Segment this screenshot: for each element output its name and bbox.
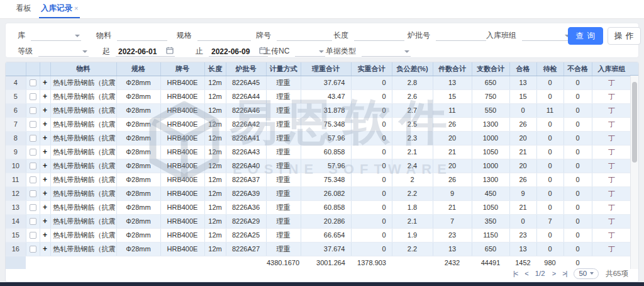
- table-row[interactable]: 12+热轧带肋钢筋（抗震）Φ28mmHRB400E12m8226A39理重26.…: [6, 186, 631, 200]
- table-row[interactable]: 11+热轧带肋钢筋（抗震）Φ28mmHRB400E12m8226A37理重75.…: [6, 173, 631, 186]
- row-checkbox[interactable]: [30, 246, 36, 253]
- close-icon[interactable]: ×: [74, 4, 78, 12]
- page-size-select[interactable]: 50: [574, 268, 599, 279]
- table-header-cell[interactable]: 规格: [116, 62, 160, 76]
- table-header-cell[interactable]: 实重合计: [351, 62, 392, 76]
- table-header-cell[interactable]: 入库班组: [592, 62, 631, 76]
- expand-row-icon[interactable]: +: [40, 228, 50, 242]
- next-page-icon[interactable]: >: [552, 270, 555, 277]
- row-checkbox[interactable]: [30, 107, 36, 114]
- row-checkbox-cell[interactable]: [26, 145, 40, 159]
- row-checkbox[interactable]: [30, 204, 36, 211]
- table-row[interactable]: 10+热轧带肋钢筋（抗震）Φ28mmHRB400E12m8226A40理重57.…: [6, 159, 631, 173]
- expand-row-icon[interactable]: +: [40, 145, 50, 159]
- table-header-cell[interactable]: 合格: [509, 62, 536, 76]
- row-checkbox-cell[interactable]: [26, 173, 40, 186]
- expand-row-icon[interactable]: +: [40, 131, 50, 145]
- row-checkbox-cell[interactable]: [26, 200, 40, 214]
- row-checkbox[interactable]: [30, 121, 36, 128]
- vertical-scrollbar[interactable]: [630, 76, 638, 269]
- scrollbar-thumb[interactable]: [632, 82, 637, 163]
- cell-grade: HRB400E: [160, 103, 204, 117]
- row-checkbox[interactable]: [30, 163, 36, 169]
- row-checkbox-cell[interactable]: [26, 76, 40, 89]
- row-checkbox[interactable]: [30, 232, 36, 239]
- row-checkbox-cell[interactable]: [26, 228, 40, 242]
- filter-grade: 等级: [18, 44, 89, 57]
- table-row[interactable]: 13+热轧带肋钢筋（抗震）Φ28mmHRB400E12m8226A36理重60.…: [6, 200, 631, 214]
- expand-row-icon[interactable]: +: [40, 214, 50, 228]
- table-header-cell[interactable]: 长度: [204, 62, 226, 76]
- expand-row-icon[interactable]: +: [40, 76, 50, 89]
- table-header-cell[interactable]: 支数合计: [472, 62, 509, 76]
- cell-actual: 0: [351, 186, 392, 200]
- material-input[interactable]: [117, 30, 167, 41]
- expand-row-icon[interactable]: +: [40, 103, 50, 117]
- row-checkbox-cell[interactable]: [26, 214, 40, 228]
- prev-page-icon[interactable]: <: [525, 270, 528, 277]
- table-row[interactable]: 15+热轧带肋钢筋（抗震）Φ28mmHRB400E12m8226A25理重66.…: [6, 228, 631, 242]
- cell-batch: 8226A42: [226, 117, 266, 131]
- tab-dashboard[interactable]: 看板: [14, 0, 33, 18]
- row-checkbox[interactable]: [30, 79, 36, 86]
- row-checkbox[interactable]: [30, 218, 36, 225]
- table-header-cell[interactable]: 件数合计: [433, 62, 472, 76]
- table-header-cell[interactable]: 不合格: [564, 62, 592, 76]
- row-checkbox[interactable]: [30, 190, 36, 197]
- date-from-input[interactable]: 2022-06-01: [116, 45, 175, 57]
- table-header-cell[interactable]: 牌号: [160, 62, 204, 76]
- last-page-icon[interactable]: >|: [562, 270, 567, 277]
- row-checkbox[interactable]: [30, 176, 36, 183]
- expand-row-icon[interactable]: +: [40, 89, 50, 103]
- cell-material: 热轧带肋钢筋（抗震）: [50, 228, 116, 242]
- table-row[interactable]: 4+热轧带肋钢筋（抗震）Φ28mmHRB400E12m8226A45理重37.6…: [6, 76, 631, 89]
- table-header-cell[interactable]: 待检: [536, 62, 564, 76]
- grade-select[interactable]: [38, 45, 89, 57]
- row-checkbox-cell[interactable]: [26, 159, 40, 173]
- doc-type-select[interactable]: [362, 45, 411, 57]
- length-input[interactable]: [354, 30, 404, 41]
- expand-row-icon[interactable]: +: [40, 242, 50, 256]
- table-row[interactable]: 7+热轧带肋钢筋（抗震）Φ28mmHRB400E12m8226A42理重75.3…: [6, 117, 631, 131]
- expand-row-icon[interactable]: +: [40, 186, 50, 200]
- expand-row-icon[interactable]: +: [40, 200, 50, 214]
- operate-button[interactable]: 操 作: [608, 27, 641, 45]
- row-checkbox-cell[interactable]: [26, 242, 40, 256]
- row-checkbox[interactable]: [30, 93, 36, 100]
- row-number: 6: [6, 103, 26, 117]
- row-checkbox-cell[interactable]: [26, 103, 40, 117]
- row-checkbox[interactable]: [30, 135, 36, 142]
- cell-qualified: 23: [509, 228, 536, 242]
- row-checkbox-cell[interactable]: [26, 186, 40, 200]
- row-checkbox[interactable]: [30, 149, 36, 156]
- row-checkbox-cell[interactable]: [26, 89, 40, 103]
- table-header-cell[interactable]: 炉批号: [226, 62, 266, 76]
- table-row[interactable]: 8+热轧带肋钢筋（抗震）Φ28mmHRB400E12m8226A41理重57.9…: [6, 131, 631, 145]
- row-checkbox-cell[interactable]: [26, 131, 40, 145]
- warehouse-select[interactable]: [31, 30, 81, 41]
- inbound-team-select[interactable]: [522, 30, 571, 41]
- table-row[interactable]: 5+热轧带肋钢筋（抗震）Φ28mmHRB400E12m8226A44理重43.4…: [6, 89, 631, 103]
- tab-inbound-records[interactable]: 入库记录×: [39, 0, 80, 18]
- summary-pieces: 2432: [433, 256, 472, 269]
- table-header-cell[interactable]: 理重合计: [301, 62, 351, 76]
- table-header-cell[interactable]: 负公差(%): [392, 62, 433, 76]
- expand-row-icon[interactable]: +: [40, 117, 50, 131]
- expand-row-icon[interactable]: +: [40, 173, 50, 186]
- expand-row-icon[interactable]: +: [40, 159, 50, 173]
- upload-nc-select[interactable]: [295, 45, 325, 57]
- cell-theory: 43.47: [301, 89, 351, 103]
- date-to-input[interactable]: 2022-06-09: [209, 45, 268, 57]
- query-button[interactable]: 查 询: [568, 27, 603, 45]
- spec-input[interactable]: [197, 30, 251, 41]
- table-row[interactable]: 9+热轧带肋钢筋（抗震）Φ28mmHRB400E12m8226A43理重60.8…: [6, 145, 631, 159]
- row-checkbox-cell[interactable]: [26, 117, 40, 131]
- brand-input[interactable]: [277, 30, 332, 41]
- table-row[interactable]: 6+热轧带肋钢筋（抗震）Φ28mmHRB400E12m8226A46理重31.8…: [6, 103, 631, 117]
- first-page-icon[interactable]: |<: [513, 270, 518, 277]
- furnace-batch-input[interactable]: [436, 30, 486, 41]
- table-row[interactable]: 16+热轧带肋钢筋（抗震）Φ28mmHRB400E12m8226A27理重37.…: [6, 242, 631, 256]
- table-header-cell[interactable]: 物料: [50, 62, 116, 76]
- table-header-cell[interactable]: 计量方式: [266, 62, 301, 76]
- table-row[interactable]: 14+热轧带肋钢筋（抗震）Φ28mmHRB400E12m8226A29理重20.…: [6, 214, 631, 228]
